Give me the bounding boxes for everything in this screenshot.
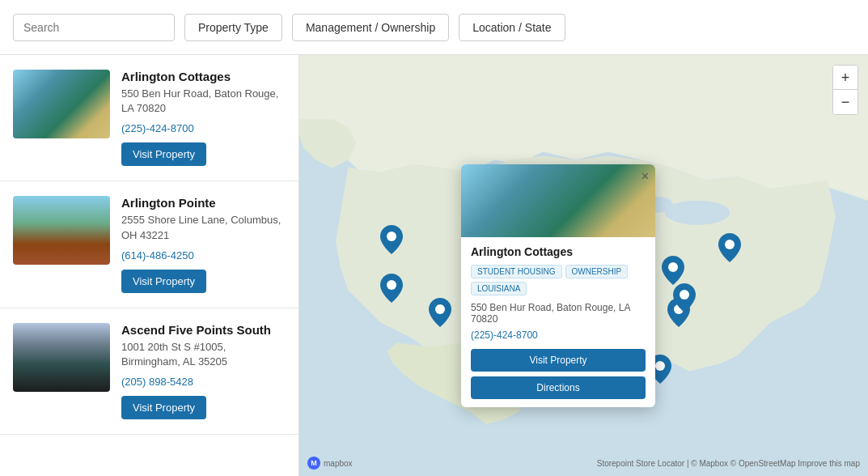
list-item: Arlington Cottages 550 Ben Hur Road, Bat… xyxy=(0,55,299,181)
property-address: 2555 Shore Line Lane, Columbus, OH 43221 xyxy=(121,213,286,242)
property-thumbnail xyxy=(13,70,110,138)
map-pin[interactable] xyxy=(380,225,403,254)
zoom-in-button[interactable]: + xyxy=(833,66,857,90)
thumbnail-image xyxy=(13,323,110,392)
map-pin[interactable] xyxy=(380,274,403,303)
property-thumbnail xyxy=(13,323,110,392)
popup-close-button[interactable]: × xyxy=(641,169,649,184)
zoom-out-button[interactable]: − xyxy=(833,90,857,114)
top-bar: Property Type Management / Ownership Loc… xyxy=(0,0,868,55)
popup-phone[interactable]: (225)-424-8700 xyxy=(471,329,646,341)
popup-body: Arlington Cottages STUDENT HOUSING OWNER… xyxy=(461,237,655,407)
location-state-filter[interactable]: Location / State xyxy=(459,14,565,41)
tag-ownership: OWNERSHIP xyxy=(565,265,629,278)
property-name: Ascend Five Points South xyxy=(121,323,286,337)
property-details: Ascend Five Points South 1001 20th St S … xyxy=(121,323,286,419)
popup-visit-button[interactable]: Visit Property xyxy=(471,349,646,372)
property-address: 1001 20th St S #1005, Birmingham, AL 352… xyxy=(121,340,286,369)
svg-point-6 xyxy=(435,304,445,314)
map-popup: × Arlington Cottages STUDENT HOUSING OWN… xyxy=(461,164,655,407)
search-input[interactable] xyxy=(13,14,175,41)
property-details: Arlington Pointe 2555 Shore Line Lane, C… xyxy=(121,196,286,292)
svg-point-4 xyxy=(387,232,396,241)
property-address: 550 Ben Hur Road, Baton Rouge, LA 70820 xyxy=(121,87,286,116)
property-phone[interactable]: (205) 898-5428 xyxy=(121,376,286,388)
popup-directions-button[interactable]: Directions xyxy=(471,376,646,399)
tag-louisiana: LOUISIANA xyxy=(471,282,527,295)
property-phone[interactable]: (614)-486-4250 xyxy=(121,249,286,261)
map-pin[interactable] xyxy=(429,298,451,327)
management-filter[interactable]: Management / Ownership xyxy=(292,14,449,41)
property-list: Arlington Cottages 550 Ben Hur Road, Bat… xyxy=(0,55,299,476)
tag-student-housing: STUDENT HOUSING xyxy=(471,265,562,278)
property-thumbnail xyxy=(13,196,110,265)
map-pin[interactable] xyxy=(718,233,741,262)
svg-point-17 xyxy=(725,240,735,249)
list-item: Arlington Pointe 2555 Shore Line Lane, C… xyxy=(0,181,299,308)
popup-image xyxy=(461,164,655,237)
visit-property-button[interactable]: Visit Property xyxy=(121,396,206,419)
thumbnail-image xyxy=(13,70,110,138)
popup-address: 550 Ben Hur Road, Baton Rouge, LA 70820 xyxy=(471,302,646,325)
visit-property-button[interactable]: Visit Property xyxy=(121,142,206,166)
thumbnail-image xyxy=(13,196,110,265)
svg-point-5 xyxy=(387,280,396,290)
svg-point-14 xyxy=(680,290,689,300)
popup-property-name: Arlington Cottages xyxy=(471,245,646,258)
property-phone[interactable]: (225)-424-8700 xyxy=(121,122,286,134)
map-container[interactable]: + − × Arlington Cottages STUDENT HOUSING… xyxy=(299,55,868,476)
popup-tags: STUDENT HOUSING OWNERSHIP LOUISIANA xyxy=(471,265,646,295)
map-pin[interactable] xyxy=(662,256,684,285)
zoom-controls: + − xyxy=(832,65,858,115)
svg-point-16 xyxy=(668,262,678,272)
property-details: Arlington Cottages 550 Ben Hur Road, Bat… xyxy=(121,70,286,166)
popup-actions: Visit Property Directions xyxy=(471,349,646,399)
svg-point-15 xyxy=(655,361,665,371)
property-name: Arlington Pointe xyxy=(121,196,286,210)
map-pin[interactable] xyxy=(673,283,696,312)
main-content: Arlington Cottages 550 Ben Hur Road, Bat… xyxy=(0,55,868,476)
property-type-filter[interactable]: Property Type xyxy=(184,14,282,41)
property-name: Arlington Cottages xyxy=(121,70,286,83)
visit-property-button[interactable]: Visit Property xyxy=(121,270,206,293)
list-item: Ascend Five Points South 1001 20th St S … xyxy=(0,308,299,435)
svg-point-1 xyxy=(665,201,730,225)
